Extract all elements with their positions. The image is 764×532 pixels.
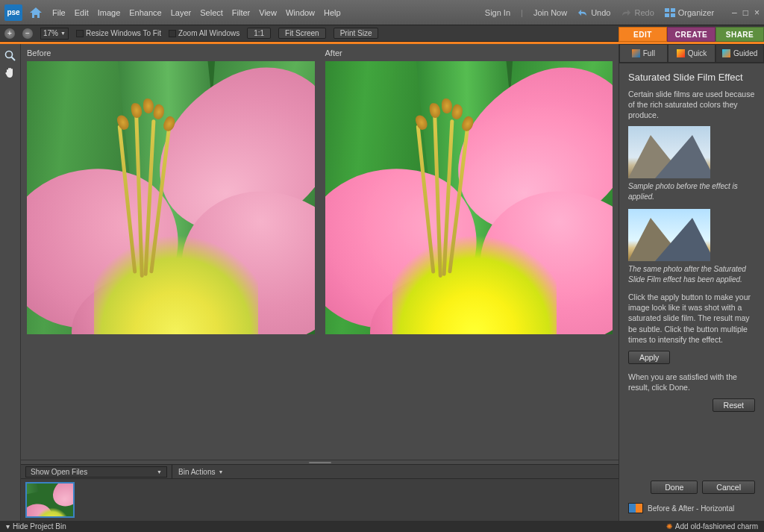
app-logo[interactable]: pse [4, 4, 22, 21]
tab-guided[interactable]: Guided [716, 44, 764, 63]
maximize-button[interactable]: □ [743, 7, 748, 18]
project-bin-bar: Show Open Files ▼ Bin Actions ▼ [21, 464, 619, 479]
status-tip: Add old-fashioned charm [675, 522, 758, 531]
zoom-value: 17% [43, 29, 58, 37]
menu-window[interactable]: Window [286, 8, 315, 17]
right-panel: Full Quick Guided Saturated Slide Film E… [619, 44, 764, 521]
quick-icon [677, 49, 685, 57]
print-size-button[interactable]: Print Size [334, 28, 379, 39]
guided-panel-body: Saturated Slide Film Effect Certain slid… [619, 63, 764, 473]
tab-quick[interactable]: Quick [668, 44, 716, 63]
guide-title: Saturated Slide Film Effect [628, 71, 755, 84]
undo-button[interactable]: Undo [577, 8, 610, 17]
panel-bottom: Done Cancel Before & After - Horizontal [619, 473, 764, 521]
resize-windows-checkbox[interactable]: Resize Windows To Fit [76, 29, 161, 37]
before-image[interactable] [27, 61, 315, 334]
separator: | [521, 8, 523, 17]
hand-tool[interactable] [4, 66, 17, 80]
undo-label: Undo [591, 8, 610, 17]
titlebar-right: Sign In | Join Now Undo Redo Organizer –… [485, 7, 760, 18]
svg-rect-3 [671, 13, 675, 17]
chevron-down-icon: ▼ [157, 469, 162, 475]
zoom-out-button[interactable]: − [22, 28, 33, 39]
hide-project-bin-link[interactable]: Hide Project Bin [13, 522, 66, 531]
edit-mode-tabs: Full Quick Guided [619, 44, 764, 63]
titlebar: pse File Edit Image Enhance Layer Select… [0, 0, 764, 25]
sample-before-caption: Sample photo before the effect is applie… [628, 181, 755, 201]
before-label: Before [27, 48, 315, 59]
view-mode-selector[interactable]: Before & After - Horizontal [628, 503, 755, 513]
mode-tabs: EDIT CREATE SHARE [619, 27, 764, 42]
project-bin [21, 479, 619, 521]
redo-label: Redo [634, 8, 654, 17]
redo-button[interactable]: Redo [621, 8, 654, 17]
chevron-down-icon: ▼ [218, 469, 223, 475]
guide-intro: Certain slide films are used because of … [628, 89, 755, 121]
menu-enhance[interactable]: Enhance [129, 8, 161, 17]
mode-tab-share[interactable]: SHARE [716, 27, 764, 42]
tab-full[interactable]: Full [619, 44, 668, 63]
organizer-icon [665, 8, 675, 17]
bin-actions-label: Bin Actions [178, 468, 215, 476]
one-to-one-button[interactable]: 1:1 [247, 28, 271, 39]
sample-before-image [628, 126, 710, 178]
bin-filter-label: Show Open Files [31, 468, 87, 476]
svg-rect-0 [665, 8, 669, 12]
gear-icon: ✺ [666, 522, 672, 531]
view-mode-label: Before & After - Horizontal [648, 504, 734, 513]
organizer-button[interactable]: Organizer [665, 8, 714, 17]
view-mode-icon [628, 503, 643, 513]
svg-line-5 [12, 57, 16, 60]
status-bar: ▾ Hide Project Bin ✺ Add old-fashioned c… [0, 521, 764, 532]
svg-rect-2 [665, 13, 669, 17]
organizer-label: Organizer [678, 8, 714, 17]
zoom-all-checkbox[interactable]: Zoom All Windows [169, 29, 239, 37]
minimize-button[interactable]: – [732, 7, 737, 18]
apply-button[interactable]: Apply [628, 351, 670, 364]
zoom-in-button[interactable]: + [4, 28, 15, 39]
sign-in-link[interactable]: Sign In [485, 8, 510, 17]
close-button[interactable]: × [754, 7, 760, 18]
menu-help[interactable]: Help [324, 8, 341, 17]
menu-file[interactable]: File [52, 8, 66, 17]
chevron-down-icon: ▼ [60, 31, 66, 36]
join-now-link[interactable]: Join Now [533, 8, 567, 17]
menu-select[interactable]: Select [200, 8, 223, 17]
menu-image[interactable]: Image [98, 8, 121, 17]
after-image[interactable] [325, 61, 613, 334]
home-icon[interactable] [27, 4, 45, 21]
done-button[interactable]: Done [651, 481, 698, 494]
sample-after-caption: The same photo after the Saturated Slide… [628, 264, 755, 284]
work-area: Before [21, 44, 619, 521]
guided-icon [722, 49, 730, 57]
reset-button[interactable]: Reset [713, 398, 755, 412]
mode-tab-edit[interactable]: EDIT [619, 27, 667, 42]
guide-satisfied-text: When you are satisfied with the result, … [628, 372, 755, 392]
bin-filter-select[interactable]: Show Open Files ▼ [25, 466, 167, 478]
cancel-button[interactable]: Cancel [702, 481, 755, 494]
menu-view[interactable]: View [259, 8, 277, 17]
bin-actions-menu[interactable]: Bin Actions ▼ [172, 465, 229, 478]
svg-rect-1 [671, 8, 675, 12]
full-icon [632, 49, 640, 57]
fit-screen-button[interactable]: Fit Screen [278, 28, 326, 39]
main-menu: File Edit Image Enhance Layer Select Fil… [52, 8, 341, 17]
menu-layer[interactable]: Layer [171, 8, 192, 17]
zoom-tool[interactable] [4, 48, 17, 62]
mode-tab-create[interactable]: CREATE [667, 27, 716, 42]
after-label: After [325, 48, 613, 59]
guide-instructions: Click the apply button to make your imag… [628, 292, 755, 345]
redo-icon [621, 8, 631, 17]
bin-thumbnail[interactable] [25, 482, 75, 518]
undo-icon [577, 8, 588, 17]
tool-column [0, 44, 21, 521]
menu-filter[interactable]: Filter [232, 8, 250, 17]
zoom-level-select[interactable]: 17%▼ [40, 28, 69, 40]
sample-after-image [628, 209, 710, 261]
svg-point-4 [6, 51, 13, 57]
collapse-icon[interactable]: ▾ [6, 522, 10, 531]
menu-edit[interactable]: Edit [75, 8, 89, 17]
